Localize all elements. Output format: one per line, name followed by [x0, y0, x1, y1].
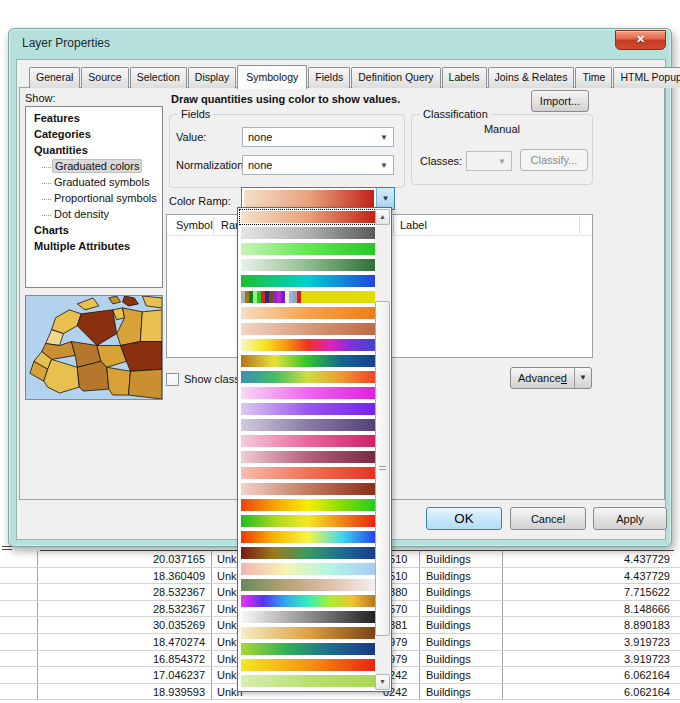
table-cell: 28.532367: [38, 601, 212, 617]
color-ramp-option-9[interactable]: [241, 339, 375, 351]
close-button[interactable]: ✕: [615, 30, 666, 50]
color-ramp-option-26[interactable]: [241, 611, 375, 623]
tree-branch-line: [42, 215, 51, 216]
color-ramp-option-30[interactable]: [241, 675, 375, 687]
ok-button[interactable]: OK: [426, 507, 502, 530]
show-item-label: Graduated symbols: [54, 176, 149, 188]
table-cell: 6.062164: [503, 667, 680, 683]
tab-strip: GeneralSourceSelectionDisplaySymbologyFi…: [29, 64, 680, 88]
header-mark: [2, 549, 12, 550]
tab-fields[interactable]: Fields: [308, 67, 350, 88]
scroll-up-button[interactable]: ▲: [375, 209, 390, 225]
tab-joins-relates[interactable]: Joins & Relates: [488, 67, 575, 88]
scroll-down-button[interactable]: ▼: [375, 674, 390, 690]
apply-button[interactable]: Apply: [593, 507, 667, 530]
column-separator: [393, 217, 394, 234]
color-ramp-option-14[interactable]: [241, 419, 375, 431]
color-ramp-option-16[interactable]: [241, 451, 375, 463]
color-ramp-option-15[interactable]: [241, 435, 375, 447]
show-item-features[interactable]: Features: [28, 111, 160, 127]
color-ramp-option-4[interactable]: [241, 259, 375, 271]
color-ramp-option-23[interactable]: [241, 563, 375, 575]
color-ramp-option-11[interactable]: [241, 371, 375, 383]
show-item-categories[interactable]: Categories: [28, 127, 160, 143]
show-item-label: Dot density: [54, 208, 109, 220]
show-item-label: Multiple Attributes: [34, 240, 130, 252]
color-ramp-option-18[interactable]: [241, 483, 375, 495]
tab-selection[interactable]: Selection: [130, 67, 187, 88]
table-cell: Buildings: [420, 584, 503, 600]
column-separator: [213, 217, 214, 234]
show-item-graduated-symbols[interactable]: Graduated symbols: [28, 175, 160, 191]
table-cell: 30.035269: [38, 617, 212, 633]
advanced-button[interactable]: Advanced ▼: [510, 367, 592, 389]
dialog-titlebar[interactable]: Layer Properties ✕: [9, 29, 671, 59]
show-item-label: Categories: [34, 128, 91, 140]
color-ramp-option-8[interactable]: [241, 323, 375, 335]
tab-general[interactable]: General: [29, 67, 80, 88]
color-ramp-option-3[interactable]: [241, 243, 375, 255]
tab-labels[interactable]: Labels: [442, 67, 487, 88]
color-ramp-option-2[interactable]: [241, 227, 375, 239]
color-ramp-option-13[interactable]: [241, 403, 375, 415]
color-ramp-option-6[interactable]: [241, 291, 375, 303]
color-ramp-dropdown-button[interactable]: ▼: [376, 188, 394, 209]
show-item-charts[interactable]: Charts: [28, 223, 160, 239]
show-item-proportional-symbols[interactable]: Proportional symbols: [28, 191, 160, 207]
show-item-label: Proportional symbols: [54, 192, 157, 204]
table-cell: 3.919723: [503, 651, 680, 667]
scrollbar-grip: [379, 466, 386, 472]
chevron-down-icon: ▼: [574, 368, 591, 388]
map-preview-image: [26, 296, 162, 399]
tree-branch-line: [42, 167, 51, 168]
normalization-dropdown[interactable]: none ▼: [242, 155, 394, 175]
tree-branch-line: [42, 199, 51, 200]
show-tree: FeaturesCategoriesQuantitiesGraduated co…: [25, 106, 163, 288]
show-item-quantities[interactable]: Quantities: [28, 143, 160, 159]
label-column-header: Label: [400, 219, 427, 231]
classification-legend: Classification: [420, 108, 491, 120]
table-cell: 4.437729: [503, 568, 680, 584]
value-dropdown[interactable]: none ▼: [242, 127, 394, 147]
tab-display[interactable]: Display: [188, 67, 236, 88]
show-class-ranges-checkbox[interactable]: [166, 373, 179, 386]
tab-definition-query[interactable]: Definition Query: [351, 67, 440, 88]
tab-symbology[interactable]: Symbology: [237, 65, 307, 89]
show-item-multiple-attributes[interactable]: Multiple Attributes: [28, 239, 160, 255]
table-cell: 17.046237: [38, 667, 212, 683]
show-item-dot-density[interactable]: Dot density: [28, 207, 160, 223]
color-ramp-option-5[interactable]: [241, 275, 375, 287]
color-ramp-option-22[interactable]: [241, 547, 375, 559]
table-cell: [0, 568, 38, 584]
show-item-label: Quantities: [34, 144, 88, 156]
color-ramp-option-21[interactable]: [241, 531, 375, 543]
color-ramp-option-28[interactable]: [241, 643, 375, 655]
scrollbar-thumb[interactable]: [375, 301, 390, 636]
color-ramp-option-20[interactable]: [241, 515, 375, 527]
color-ramp-option-19[interactable]: [241, 499, 375, 511]
import-button[interactable]: Import...: [531, 90, 589, 112]
color-ramp-option-1[interactable]: [241, 211, 375, 223]
cancel-button[interactable]: Cancel: [510, 507, 586, 530]
table-cell: Buildings: [420, 568, 503, 584]
table-cell: 18.360409: [38, 568, 212, 584]
tab-source[interactable]: Source: [81, 67, 128, 88]
table-cell: 16.854372: [38, 651, 212, 667]
chevron-down-icon: ▼: [382, 194, 390, 203]
tab-time[interactable]: Time: [575, 67, 612, 88]
tab-html-popup[interactable]: HTML Popup: [613, 67, 680, 88]
color-ramp-option-24[interactable]: [241, 579, 375, 591]
color-ramp-option-29[interactable]: [241, 659, 375, 671]
color-ramp-label: Color Ramp:: [169, 195, 231, 207]
color-ramp-option-10[interactable]: [241, 355, 375, 367]
dropdown-scrollbar[interactable]: ▲ ▼: [375, 209, 390, 690]
color-ramp-option-25[interactable]: [241, 595, 375, 607]
chevron-down-icon: ▼: [498, 157, 506, 166]
color-ramp-option-17[interactable]: [241, 467, 375, 479]
color-ramp-option-12[interactable]: [241, 387, 375, 399]
show-item-graduated-colors[interactable]: Graduated colors: [28, 159, 160, 175]
color-ramp-option-7[interactable]: [241, 307, 375, 319]
screen: 20.037165Unkn9510Buildings4.43772918.360…: [0, 0, 680, 703]
table-cell: [0, 617, 38, 633]
color-ramp-option-27[interactable]: [241, 627, 375, 639]
